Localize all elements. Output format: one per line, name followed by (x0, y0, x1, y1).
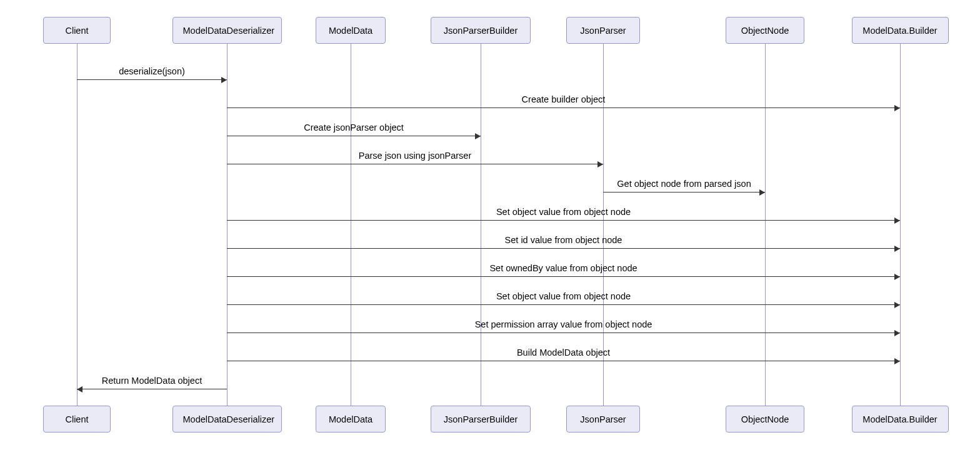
participant-label: ModelData.Builder (862, 414, 937, 424)
arrow-head-icon (894, 105, 900, 111)
message-arrow (77, 389, 227, 389)
arrow-head-icon (475, 133, 481, 139)
arrow-head-icon (598, 161, 603, 168)
participant-box: ModelData.Builder (852, 406, 949, 432)
message-label: Get object node from parsed json (617, 179, 751, 189)
participant-label: Client (65, 26, 88, 36)
participant-box: JsonParserBuilder (431, 406, 531, 432)
participant-label: ModelData.Builder (862, 26, 937, 36)
message-arrow (227, 248, 900, 249)
message-arrow (227, 276, 900, 277)
participant-label: Client (65, 414, 88, 424)
participant-box: ObjectNode (726, 406, 804, 432)
lifeline (77, 44, 78, 406)
message-arrow (227, 164, 603, 164)
message-label: Create jsonParser object (304, 122, 404, 132)
participant-box: ModelData.Builder (852, 17, 949, 44)
message-label: Set ownedBy value from object node (489, 263, 637, 273)
arrow-head-icon (894, 246, 900, 252)
participant-box: JsonParserBuilder (431, 17, 531, 44)
participant-label: ModelData (329, 414, 372, 424)
message-label: Set object value from object node (496, 291, 631, 301)
arrow-head-icon (894, 330, 900, 336)
message-arrow (227, 108, 900, 108)
participant-label: JsonParserBuilder (444, 26, 518, 36)
arrow-head-icon (894, 218, 900, 224)
participant-box: ModelDataDeserializer (172, 406, 282, 432)
participant-label: ModelDataDeserializer (183, 26, 275, 36)
message-label: Build ModelData object (517, 348, 610, 358)
message-arrow (227, 332, 900, 333)
message-label: deserialize(json) (119, 66, 185, 76)
participant-label: JsonParser (580, 26, 626, 36)
arrow-head-icon (77, 386, 82, 392)
participant-box: Client (43, 17, 111, 44)
arrow-head-icon (759, 189, 765, 196)
arrow-head-icon (894, 274, 900, 280)
arrow-head-icon (894, 358, 900, 364)
message-arrow (77, 79, 227, 80)
message-arrow (227, 220, 900, 221)
sequence-diagram: ClientModelDataDeserializerModelDataJson… (6, 6, 974, 444)
message-label: Set permission array value from object n… (475, 319, 652, 329)
participant-label: ObjectNode (741, 414, 789, 424)
message-arrow (227, 361, 900, 361)
participant-box: ModelDataDeserializer (172, 17, 282, 44)
message-arrow (603, 192, 765, 192)
participant-box: ModelData (316, 406, 386, 432)
lifeline (227, 44, 228, 406)
message-label: Create builder object (522, 94, 606, 104)
message-arrow (227, 136, 481, 136)
message-arrow (227, 304, 900, 305)
lifeline (900, 44, 901, 406)
participant-box: ModelData (316, 17, 386, 44)
participant-box: Client (43, 406, 111, 432)
message-label: Set object value from object node (496, 207, 631, 217)
participant-label: ModelDataDeserializer (183, 414, 275, 424)
lifeline (351, 44, 352, 406)
message-label: Parse json using jsonParser (359, 151, 472, 161)
participant-label: JsonParser (580, 414, 626, 424)
participant-label: JsonParserBuilder (444, 414, 518, 424)
participant-box: JsonParser (566, 406, 640, 432)
participant-label: ModelData (329, 26, 372, 36)
lifeline (481, 44, 482, 406)
participant-label: ObjectNode (741, 26, 789, 36)
participant-box: ObjectNode (726, 17, 804, 44)
participant-box: JsonParser (566, 17, 640, 44)
arrow-head-icon (894, 302, 900, 308)
message-label: Return ModelData object (102, 376, 202, 386)
arrow-head-icon (221, 77, 227, 83)
message-label: Set id value from object node (505, 235, 622, 245)
lifeline (765, 44, 766, 406)
